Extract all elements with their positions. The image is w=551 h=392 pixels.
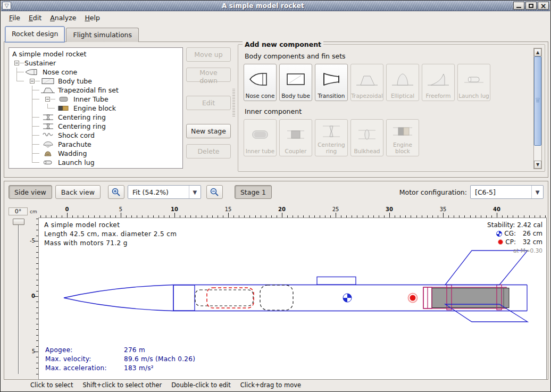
add-component-group: Add new component Body components and fi… bbox=[238, 44, 545, 172]
add-launch-lug-button[interactable]: Launch lug bbox=[457, 64, 490, 101]
parachute-icon bbox=[40, 140, 56, 148]
tree-item-launch-lug[interactable]: Launch lug bbox=[9, 158, 182, 167]
menu-analyze[interactable]: Analyze bbox=[46, 13, 80, 23]
tree-item-parachute[interactable]: Parachute bbox=[9, 140, 182, 149]
status-bar: Click to selectShift+click to select oth… bbox=[1, 379, 550, 391]
inner-tube-icon bbox=[55, 95, 71, 103]
scroll-down-icon[interactable]: ▼ bbox=[534, 161, 541, 169]
move-down-button[interactable]: Move down bbox=[186, 68, 231, 82]
move-up-button[interactable]: Move up bbox=[186, 47, 231, 62]
fin-trapezoidal-icon bbox=[40, 86, 56, 94]
tree-item-sustainer[interactable]: Sustainer bbox=[9, 59, 182, 68]
add-freeform-button[interactable]: Freeform bbox=[422, 64, 455, 101]
stage-1-toggle[interactable]: Stage 1 bbox=[235, 185, 272, 199]
tree-item-body-tube[interactable]: Body tube bbox=[9, 77, 182, 86]
tree-item-shock-cord[interactable]: Shock cord bbox=[9, 131, 182, 140]
component-tree[interactable]: A simple model rocketSustainerNose coneB… bbox=[9, 47, 183, 169]
tree-expander-icon[interactable] bbox=[30, 79, 35, 84]
status-hint: Click+drag to move bbox=[240, 381, 301, 389]
menu-file[interactable]: File bbox=[5, 13, 24, 23]
cg-icon bbox=[496, 231, 502, 237]
component-scrollbar[interactable]: ▲ ▼ bbox=[533, 48, 542, 169]
add-trapezoidal-button[interactable]: Trapezoidal bbox=[350, 64, 383, 101]
launch-lug-outline[interactable] bbox=[317, 277, 356, 285]
c-fin-free-icon bbox=[423, 66, 454, 93]
minimize-button[interactable] bbox=[513, 2, 524, 10]
add-elliptical-button[interactable]: Elliptical bbox=[386, 64, 419, 101]
flight-info: Apogee:276 mMax. velocity:89.6 m/s (Mach… bbox=[45, 346, 195, 373]
motor[interactable] bbox=[432, 288, 509, 308]
tree-action-buttons: Move upMove downEditNew stageDelete bbox=[186, 47, 231, 164]
app-icon[interactable]: ▽ bbox=[2, 2, 11, 10]
zoom-out-button[interactable] bbox=[206, 185, 223, 199]
c-coupler-icon bbox=[280, 121, 311, 148]
back-view-button[interactable]: Back view bbox=[55, 185, 101, 199]
add-body-tube-button[interactable]: Body tube bbox=[279, 64, 312, 101]
engine-block-outline[interactable] bbox=[423, 287, 432, 308]
close-icon: × bbox=[540, 2, 547, 10]
tree-item-wadding[interactable]: Wadding bbox=[9, 149, 182, 158]
add-inner-tube-button[interactable]: Inner tube bbox=[244, 119, 277, 156]
rocket-view-panel: Side view Back view Fit (54.2%) ▼ bbox=[4, 181, 548, 380]
vertical-ruler: -505 bbox=[30, 218, 38, 380]
scroll-thumb[interactable] bbox=[534, 56, 541, 146]
nose-cone-outline[interactable] bbox=[64, 285, 195, 311]
add-bulkhead-button[interactable]: Bulkhead bbox=[350, 119, 383, 156]
status-hint: Shift+click to select other bbox=[82, 381, 162, 389]
close-button[interactable]: × bbox=[538, 2, 549, 10]
rotation-slider-handle[interactable] bbox=[13, 219, 24, 225]
delete-button[interactable]: Delete bbox=[186, 144, 231, 159]
tree-item-centering-ring[interactable]: Centering ring bbox=[9, 122, 182, 131]
tree-expander-icon[interactable] bbox=[45, 97, 50, 102]
tree-item-inner-tube[interactable]: Inner Tube bbox=[9, 95, 182, 104]
tree-item-trapezoidal-fin-set[interactable]: Trapezoidal fin set bbox=[9, 86, 182, 95]
cp-label: CP: bbox=[505, 238, 516, 246]
nose-shoulder bbox=[173, 285, 195, 311]
cg-label: CG: bbox=[504, 229, 516, 238]
motor-configuration-select[interactable]: [C6-5] ▼ bbox=[470, 185, 544, 199]
tree-expander-icon[interactable] bbox=[14, 61, 19, 65]
add-transition-button[interactable]: Transition bbox=[315, 64, 348, 101]
body-components-label: Body components and fin sets bbox=[245, 52, 346, 60]
edit-button[interactable]: Edit bbox=[186, 96, 231, 110]
maximize-button[interactable] bbox=[525, 2, 537, 10]
add-centering-ring-button[interactable]: Centering ring bbox=[315, 119, 348, 156]
menu-edit[interactable]: Edit bbox=[25, 13, 45, 23]
wadding-icon bbox=[40, 149, 56, 157]
side-view-button[interactable]: Side view bbox=[9, 185, 52, 199]
tree-root-item[interactable]: A simple model rocket bbox=[9, 49, 182, 59]
launch-lug-icon bbox=[40, 159, 56, 166]
title-bar: ▽ A simple model rocket × bbox=[1, 1, 550, 11]
app-window: ▽ A simple model rocket × FileEditAnalyz… bbox=[0, 0, 551, 392]
new-stage-button[interactable]: New stage bbox=[186, 124, 231, 138]
motor-configuration-value: [C6-5] bbox=[471, 188, 531, 196]
rocket-canvas[interactable]: A simple model rocketLength 42.5 cm, max… bbox=[38, 218, 547, 380]
add-engine-block-button[interactable]: Engine block bbox=[386, 119, 419, 156]
minimize-icon bbox=[516, 7, 521, 8]
chevron-down-icon: ▼ bbox=[531, 186, 543, 198]
cg-marker bbox=[343, 294, 352, 302]
tab-bar: Rocket designFlight simulations bbox=[5, 25, 140, 42]
tree-item-nose-cone[interactable]: Nose cone bbox=[9, 68, 182, 77]
zoom-select[interactable]: Fit (54.2%) ▼ bbox=[128, 185, 201, 199]
c-lug-icon bbox=[458, 66, 489, 93]
add-nose-cone-button[interactable]: Nose cone bbox=[244, 64, 277, 101]
body-tube-icon bbox=[40, 77, 56, 85]
c-engblock-icon bbox=[387, 121, 418, 141]
zoom-in-button[interactable] bbox=[108, 185, 124, 199]
scroll-up-icon[interactable]: ▲ bbox=[534, 48, 541, 56]
tab-flight-simulations[interactable]: Flight simulations bbox=[66, 28, 139, 42]
tree-item-engine-block[interactable]: Engine block bbox=[9, 104, 182, 113]
rotation-slider-track[interactable] bbox=[18, 220, 19, 374]
parachute-outline[interactable] bbox=[207, 288, 254, 308]
add-coupler-button[interactable]: Coupler bbox=[279, 119, 312, 156]
tab-rocket-design[interactable]: Rocket design bbox=[5, 26, 65, 43]
splitter-handle[interactable] bbox=[232, 89, 235, 116]
body-components-row: Nose coneBody tubeTransitionTrapezoidalE… bbox=[244, 64, 490, 101]
tree-item-centering-ring[interactable]: Centering ring bbox=[9, 113, 182, 122]
wadding-outline[interactable] bbox=[260, 285, 293, 310]
ruler-unit-label: cm bbox=[30, 209, 38, 218]
zoom-value: Fit (54.2%) bbox=[128, 188, 189, 196]
menu-help[interactable]: Help bbox=[81, 13, 104, 23]
shock-cord-outline[interactable] bbox=[195, 290, 253, 306]
